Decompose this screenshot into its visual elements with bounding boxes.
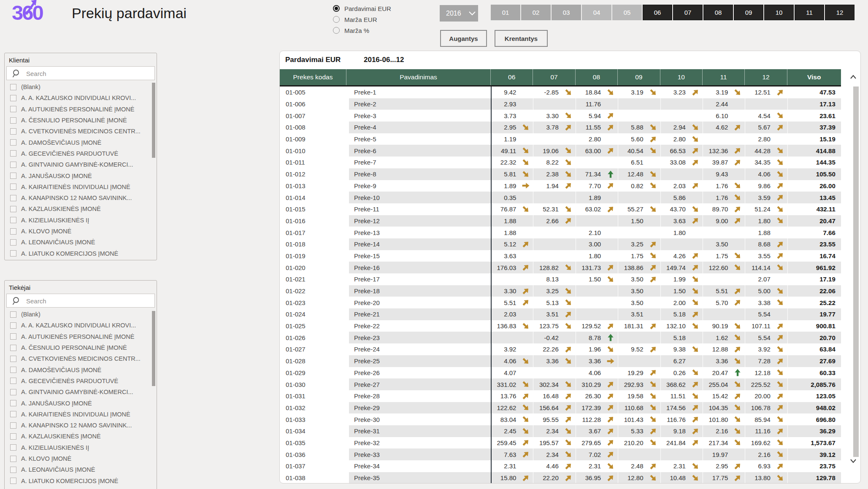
month-button-05[interactable]: 05 — [612, 5, 642, 20]
checkbox-icon[interactable] — [10, 173, 16, 179]
checkbox-icon[interactable] — [10, 162, 16, 168]
checkbox-icon[interactable] — [10, 333, 16, 340]
month-button-10[interactable]: 10 — [764, 5, 794, 20]
checkbox-icon[interactable] — [10, 250, 16, 257]
checkbox-icon[interactable] — [10, 150, 16, 157]
filter-list-item[interactable]: A. KAIRAITIENĖS INDIVIDUALI ĮMONĖ — [5, 181, 157, 192]
checkbox-icon[interactable] — [10, 322, 16, 329]
filter-list-item[interactable]: A. AUTUKIENĖS PERSONALINĖ ĮMONĖ — [5, 104, 157, 115]
clients-search-input[interactable] — [25, 67, 145, 80]
filter-list-item[interactable]: A. KAZLAUSKIENĖS ĮMONĖ — [5, 203, 157, 214]
checkbox-icon[interactable] — [10, 206, 16, 212]
checkbox-icon[interactable] — [10, 411, 16, 417]
checkbox-icon[interactable] — [10, 217, 16, 223]
column-header-08[interactable]: 08 — [576, 69, 618, 85]
month-button-11[interactable]: 11 — [795, 5, 824, 20]
checkbox-icon[interactable] — [10, 356, 16, 362]
measure-option-2[interactable]: Marža % — [333, 25, 391, 36]
scroll-down-icon[interactable] — [850, 459, 857, 463]
measure-option-1[interactable]: Marža EUR — [333, 14, 391, 25]
column-header-09[interactable]: 09 — [618, 69, 660, 85]
column-header-11[interactable]: 11 — [703, 69, 745, 85]
radio-icon[interactable] — [333, 27, 340, 34]
checkbox-icon[interactable] — [10, 239, 16, 246]
filter-list-item[interactable]: A. LEONAVIČIAUS ĮMONĖ — [5, 237, 157, 248]
checkbox-icon[interactable] — [10, 456, 16, 462]
filter-list-item[interactable]: A. LIATUKO KOMERCIJOS ĮMONĖ — [5, 475, 157, 486]
month-button-08[interactable]: 08 — [703, 5, 733, 20]
checkbox-icon[interactable] — [10, 117, 16, 124]
declining-button[interactable]: Krentantys — [495, 30, 548, 47]
column-header-06[interactable]: 06 — [491, 69, 533, 85]
filter-list-item[interactable]: A. KANAPINSKO 12 NAMO SAVININK... — [5, 420, 157, 431]
filter-list-item[interactable]: A. KLOVO ĮMONĖ — [5, 226, 157, 237]
measure-option-0[interactable]: Pardavimai EUR — [333, 3, 391, 14]
filter-list-item[interactable]: A. A. KAZLAUSKO INDIVIDUALI KROVI... — [5, 320, 157, 331]
column-header-pavadinimas[interactable]: Pavadinimas — [346, 69, 491, 85]
filter-list-item[interactable]: A. GINTVAINIO GAMYBINĖ-KOMERCI... — [5, 386, 157, 397]
filter-list-item[interactable]: (Blank) — [5, 309, 157, 320]
checkbox-icon[interactable] — [10, 467, 16, 473]
column-header-12[interactable]: 12 — [745, 69, 787, 85]
column-header-10[interactable]: 10 — [660, 69, 703, 85]
filter-list-item[interactable]: A. CVETKOVIENĖS MEDICINOS CENTR... — [5, 353, 157, 364]
checkbox-icon[interactable] — [10, 478, 16, 484]
checkbox-icon[interactable] — [10, 95, 16, 101]
month-button-02[interactable]: 02 — [521, 5, 551, 20]
checkbox-icon[interactable] — [10, 84, 16, 90]
checkbox-icon[interactable] — [10, 106, 16, 112]
filter-list-item[interactable]: A. AUTUKIENĖS PERSONALINĖ ĮMONĖ — [5, 331, 157, 342]
checkbox-icon[interactable] — [10, 195, 16, 201]
checkbox-icon[interactable] — [10, 139, 16, 146]
month-button-01[interactable]: 01 — [491, 5, 520, 20]
filter-list-item[interactable]: A. KLOVO ĮMONĖ — [5, 453, 157, 464]
year-dropdown[interactable]: 2016 — [440, 5, 478, 22]
checkbox-icon[interactable] — [10, 433, 16, 440]
filter-list-item[interactable]: A. JANUŠAUSKO ĮMONĖ — [5, 397, 157, 408]
suppliers-list-scrollbar[interactable] — [152, 311, 155, 386]
filter-list-item[interactable]: A. LIATUKO KOMERCIJOS ĮMONĖ — [5, 248, 157, 259]
filter-list-item[interactable]: A. A. KAZLAUSKO INDIVIDUALI KROVI... — [5, 92, 157, 103]
scroll-up-icon[interactable] — [850, 75, 857, 79]
clients-list-scrollbar[interactable] — [152, 83, 155, 158]
filter-list-item[interactable]: A. ČESNULIO PERSONALINĖ ĮMONĖ — [5, 115, 157, 126]
suppliers-search-input[interactable] — [25, 294, 145, 308]
checkbox-icon[interactable] — [10, 345, 16, 351]
filter-list-item[interactable]: A. DAMOŠEVIČIAUS ĮMONĖ — [5, 137, 157, 148]
checkbox-icon[interactable] — [10, 128, 16, 135]
radio-selected-icon[interactable] — [333, 5, 340, 12]
checkbox-icon[interactable] — [10, 444, 16, 451]
filter-list-item[interactable]: A. KIZIELIAUSKIENĖS IĮ — [5, 442, 157, 453]
filter-list-item[interactable]: A. GECEVIČIENĖS PARDUOTUVĖ — [5, 376, 157, 386]
filter-list-item[interactable]: A. KANAPINSKO 12 NAMO SAVININK... — [5, 192, 157, 203]
month-button-12[interactable]: 12 — [825, 5, 854, 20]
growing-button[interactable]: Augantys — [440, 30, 487, 47]
filter-list-item[interactable]: A. KIZIELIAUSKIENĖS IĮ — [5, 215, 157, 226]
month-button-09[interactable]: 09 — [734, 5, 763, 20]
checkbox-icon[interactable] — [10, 184, 16, 190]
checkbox-icon[interactable] — [10, 422, 16, 429]
month-button-04[interactable]: 04 — [582, 5, 611, 20]
filter-list-item[interactable]: A. LEONAVIČIAUS ĮMONĖ — [5, 464, 157, 475]
radio-icon[interactable] — [333, 16, 340, 23]
checkbox-icon[interactable] — [10, 367, 16, 373]
column-header-viso[interactable]: Viso — [787, 69, 841, 85]
checkbox-icon[interactable] — [10, 389, 16, 395]
filter-list-item[interactable]: A. GECEVIČIENĖS PARDUOTUVĖ — [5, 148, 157, 159]
month-button-06[interactable]: 06 — [643, 5, 672, 20]
filter-list-item[interactable]: A. KAIRAITIENĖS INDIVIDUALI ĮMONĖ — [5, 409, 157, 420]
filter-list-item[interactable]: A. CVETKOVIENĖS MEDICINOS CENTR... — [5, 126, 157, 137]
checkbox-icon[interactable] — [10, 228, 16, 235]
filter-list-item[interactable]: A. ČESNULIO PERSONALINĖ ĮMONĖ — [5, 342, 157, 353]
filter-list-item[interactable]: A. JANUŠAUSKO ĮMONĖ — [5, 170, 157, 181]
column-header-07[interactable]: 07 — [533, 69, 575, 85]
filter-list-item[interactable]: (Blank) — [5, 81, 157, 92]
month-button-07[interactable]: 07 — [673, 5, 703, 20]
checkbox-icon[interactable] — [10, 400, 16, 406]
filter-list-item[interactable]: A. DAMOŠEVIČIAUS ĮMONĖ — [5, 364, 157, 375]
filter-list-item[interactable]: A. KAZLAUSKIENĖS ĮMONĖ — [5, 431, 157, 442]
table-scrollbar-thumb[interactable] — [853, 86, 859, 457]
filter-list-item[interactable]: A. GINTVAINIO GAMYBINĖ-KOMERCI... — [5, 159, 157, 170]
checkbox-icon[interactable] — [10, 378, 16, 384]
month-button-03[interactable]: 03 — [552, 5, 581, 20]
